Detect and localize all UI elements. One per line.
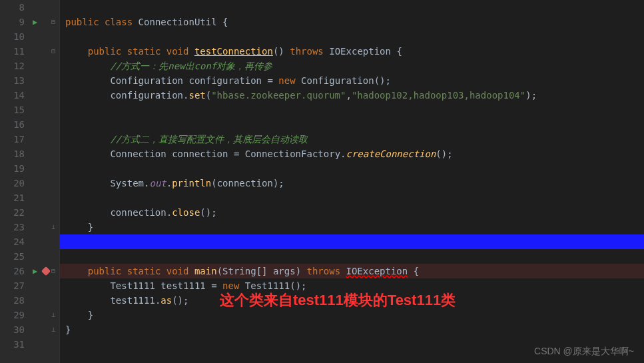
line-number[interactable]: 31 [0,337,25,352]
line-number-gutter: 8 9 10 11 12 13 14 15 16 17 18 19 20 21 … [0,0,30,363]
code-editor: 8 9 10 11 12 13 14 15 16 17 18 19 20 21 … [0,0,644,363]
line-number[interactable]: 27 [0,278,25,293]
line-number[interactable]: 25 [0,249,25,264]
run-gutter-icon[interactable]: ▶ [33,15,37,29]
line-number[interactable]: 26 [0,264,25,278]
current-line[interactable] [60,234,644,249]
line-number[interactable]: 13 [0,73,25,88]
line-number[interactable]: 20 [0,176,25,190]
line-number[interactable]: 10 [0,29,25,44]
line-number[interactable]: 30 [0,322,25,337]
line-number[interactable]: 28 [0,293,25,308]
line-number[interactable]: 24 [0,234,25,249]
line-number[interactable]: 16 [0,117,25,132]
line-number[interactable]: 18 [0,147,25,161]
line-number[interactable]: 22 [0,205,25,220]
code-comment: //方式二，直接写配置文件，其底层会自动读取 [110,134,308,145]
code-text-area[interactable]: public class ConnectionUtil { public sta… [60,0,644,363]
line-number[interactable]: 15 [0,103,25,117]
fold-end-icon[interactable]: ⊥ [51,322,55,337]
line-number[interactable]: 9 [0,15,25,29]
fold-end-icon[interactable]: ⊥ [51,308,55,322]
marker-column: ▶ ▶ [30,0,50,363]
line-number[interactable]: 11 [0,44,25,59]
fold-toggle-icon[interactable]: ⊟ [51,44,55,59]
run-gutter-icon[interactable]: ▶ [33,264,49,278]
line-number[interactable]: 29 [0,308,25,322]
line-number[interactable]: 17 [0,132,25,147]
line-number[interactable]: 21 [0,190,25,205]
fold-column: ⊟ ⊟ ⊥ ⊟ ⊥ ⊥ [50,0,60,363]
line-number[interactable]: 14 [0,88,25,103]
fold-toggle-icon[interactable]: ⊟ [51,15,55,29]
fold-toggle-icon[interactable]: ⊟ [51,264,55,278]
watermark-text: CSDN @原来是大华啊~ [534,346,634,358]
line-number[interactable]: 23 [0,220,25,234]
fold-end-icon[interactable]: ⊥ [51,220,55,234]
line-number[interactable]: 8 [0,0,25,15]
line-number[interactable]: 12 [0,59,25,73]
line-number[interactable]: 19 [0,161,25,176]
code-comment: //方式一：先new出conf对象，再传参 [110,61,272,71]
